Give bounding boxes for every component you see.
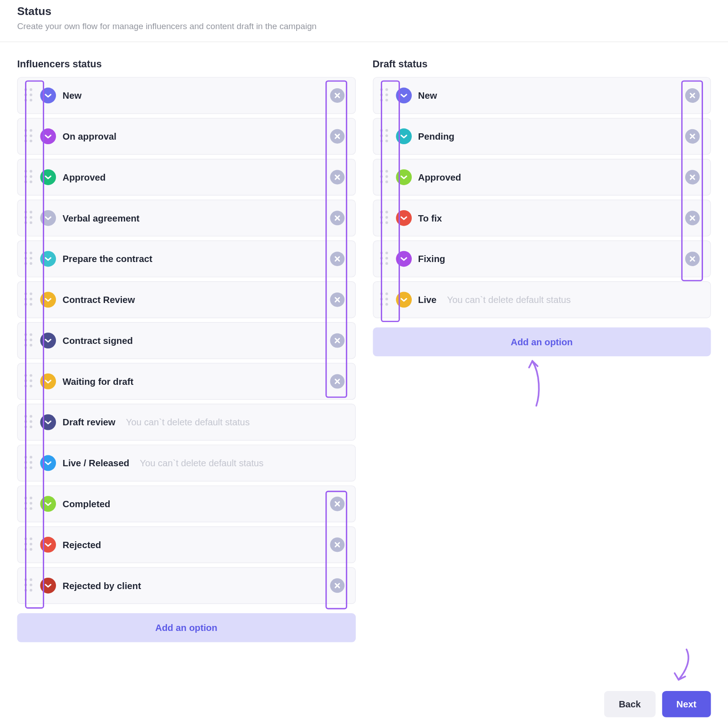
- status-color-icon[interactable]: [40, 373, 56, 389]
- status-color-icon[interactable]: [40, 88, 56, 104]
- status-color-icon[interactable]: [40, 455, 56, 471]
- drag-handle[interactable]: [25, 578, 34, 593]
- delete-status-button[interactable]: [685, 170, 700, 185]
- drag-handle[interactable]: [380, 252, 389, 266]
- status-item: Live / ReleasedYou can`t delete default …: [17, 444, 356, 481]
- status-item: Fixing: [373, 241, 711, 277]
- status-item: New: [17, 77, 356, 114]
- drag-handle[interactable]: [25, 292, 34, 307]
- status-color-icon[interactable]: [396, 88, 412, 104]
- delete-status-button[interactable]: [685, 129, 700, 144]
- delete-status-button[interactable]: [330, 170, 344, 185]
- delete-status-button[interactable]: [330, 538, 344, 552]
- delete-status-button[interactable]: [330, 211, 344, 225]
- status-color-icon[interactable]: [40, 537, 56, 553]
- page-subtitle: Create your own flow for manage influenc…: [17, 21, 711, 31]
- drag-handle[interactable]: [25, 129, 34, 144]
- status-color-icon[interactable]: [396, 169, 412, 185]
- drag-handle[interactable]: [25, 252, 34, 266]
- influencers-list: NewOn approvalApprovedVerbal agreementPr…: [17, 77, 356, 604]
- status-item: Completed: [17, 485, 356, 522]
- drag-handle[interactable]: [380, 292, 389, 307]
- status-color-icon[interactable]: [40, 578, 56, 594]
- status-label: Draft review: [63, 417, 116, 428]
- status-color-icon[interactable]: [40, 251, 56, 267]
- footer-actions: Back Next: [604, 691, 711, 717]
- status-color-icon[interactable]: [396, 210, 412, 226]
- drag-handle[interactable]: [25, 170, 34, 185]
- next-button[interactable]: Next: [662, 691, 711, 717]
- status-color-icon[interactable]: [40, 292, 56, 308]
- delete-status-button[interactable]: [330, 578, 344, 593]
- status-label: Rejected: [63, 539, 101, 550]
- status-label: Waiting for draft: [63, 376, 134, 387]
- status-label: Rejected by client: [63, 580, 141, 591]
- status-note: You can`t delete default status: [447, 294, 571, 305]
- delete-status-button[interactable]: [330, 374, 344, 388]
- drag-handle[interactable]: [25, 333, 34, 348]
- next-button-label: Next: [677, 699, 697, 709]
- status-label: Live: [418, 294, 437, 305]
- status-item: New: [373, 77, 711, 114]
- drag-handle[interactable]: [25, 88, 34, 103]
- status-item: Rejected by client: [17, 567, 356, 604]
- delete-status-button[interactable]: [330, 129, 344, 144]
- status-color-icon[interactable]: [40, 169, 56, 185]
- status-color-icon[interactable]: [396, 251, 412, 267]
- delete-status-button[interactable]: [330, 497, 344, 511]
- status-label: Verbal agreement: [63, 213, 140, 223]
- delete-status-button[interactable]: [330, 252, 344, 266]
- draft-column: Draft status NewPendingApprovedTo fixFix…: [373, 58, 711, 642]
- status-label: New: [63, 90, 82, 101]
- status-color-icon[interactable]: [396, 128, 412, 144]
- delete-status-button[interactable]: [685, 252, 700, 266]
- drag-handle[interactable]: [380, 211, 389, 225]
- status-label: Pending: [418, 131, 455, 141]
- drag-handle[interactable]: [25, 497, 34, 511]
- add-option-label: Add an option: [155, 622, 217, 633]
- status-color-icon[interactable]: [40, 414, 56, 430]
- arrow-next-button: [665, 647, 698, 686]
- drag-handle[interactable]: [25, 456, 34, 470]
- status-item: Rejected: [17, 526, 356, 563]
- drag-handle[interactable]: [25, 538, 34, 552]
- status-note: You can`t delete default status: [140, 458, 263, 468]
- status-item: Pending: [373, 118, 711, 155]
- drag-handle[interactable]: [380, 88, 389, 103]
- status-color-icon[interactable]: [40, 210, 56, 226]
- delete-status-button[interactable]: [685, 211, 700, 225]
- status-label: Approved: [418, 172, 461, 182]
- drag-handle[interactable]: [25, 374, 34, 388]
- drag-handle[interactable]: [25, 415, 34, 429]
- status-item: On approval: [17, 118, 356, 155]
- add-influencers-option-button[interactable]: Add an option: [17, 613, 356, 642]
- delete-status-button[interactable]: [685, 88, 700, 103]
- draft-heading: Draft status: [373, 58, 711, 69]
- status-label: Contract Review: [63, 294, 135, 305]
- delete-status-button[interactable]: [330, 292, 344, 307]
- drag-handle[interactable]: [380, 129, 389, 144]
- status-color-icon[interactable]: [396, 292, 412, 308]
- status-label: Contract signed: [63, 335, 133, 346]
- status-label: Fixing: [418, 253, 445, 264]
- status-label: Approved: [63, 172, 106, 182]
- delete-status-button[interactable]: [330, 333, 344, 348]
- delete-status-button[interactable]: [330, 88, 344, 103]
- status-label: Prepare the contract: [63, 253, 152, 264]
- add-draft-option-button[interactable]: Add an option: [373, 328, 711, 357]
- status-label: To fix: [418, 213, 442, 223]
- drag-handle[interactable]: [380, 170, 389, 185]
- status-note: You can`t delete default status: [126, 417, 250, 428]
- back-button-label: Back: [619, 699, 641, 709]
- status-color-icon[interactable]: [40, 128, 56, 144]
- status-item: Approved: [17, 159, 356, 196]
- status-label: Completed: [63, 499, 111, 509]
- status-item: Prepare the contract: [17, 241, 356, 277]
- add-option-label: Add an option: [511, 337, 572, 347]
- status-color-icon[interactable]: [40, 496, 56, 512]
- draft-list: NewPendingApprovedTo fixFixingLiveYou ca…: [373, 77, 711, 318]
- back-button[interactable]: Back: [604, 691, 655, 717]
- status-color-icon[interactable]: [40, 333, 56, 348]
- drag-handle[interactable]: [25, 211, 34, 225]
- status-item: Waiting for draft: [17, 363, 356, 400]
